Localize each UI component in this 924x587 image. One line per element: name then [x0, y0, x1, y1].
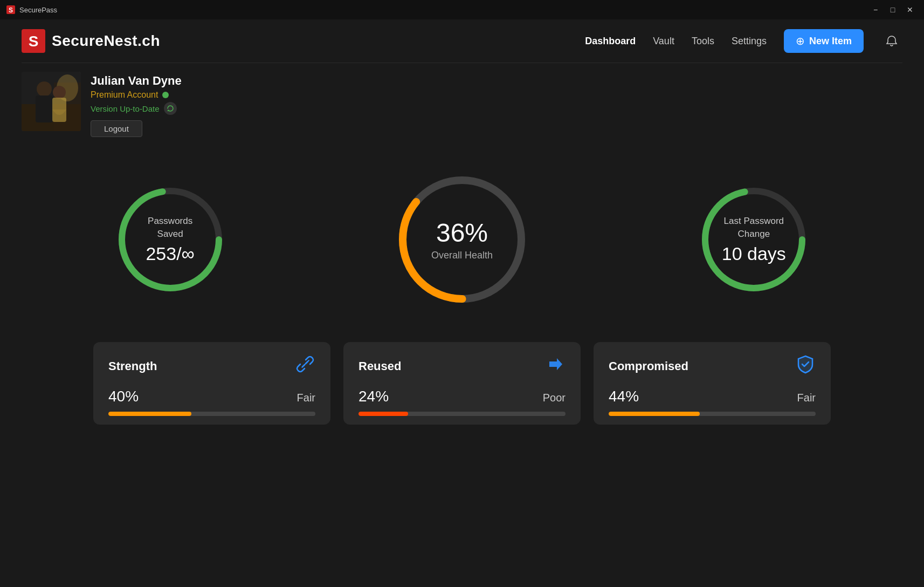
title-bar-left: S SecurePass [6, 5, 57, 14]
strength-card: Strength 40% Fair [93, 342, 330, 425]
health-circle-container: 36% Overall Health [387, 164, 537, 315]
new-item-plus-icon: ⊕ [796, 35, 805, 47]
online-status-dot [162, 92, 169, 98]
title-bar: S SecurePass − □ ✕ [0, 0, 924, 19]
last-change-circle-container: Last PasswordChange 10 days [694, 180, 813, 299]
reused-card: Reused 24% Poor [343, 342, 581, 425]
brand-name: SecureNest.ch [52, 32, 160, 50]
reused-rating: Poor [543, 392, 566, 404]
reused-card-title: Reused [358, 359, 401, 373]
reused-progress-bar [358, 412, 566, 416]
passwords-value: 253/∞ [146, 243, 194, 264]
health-percent: 36% [431, 218, 493, 248]
bell-icon [886, 35, 898, 47]
header: S SecureNest.ch Dashboard Vault Tools Se… [0, 19, 924, 63]
reused-icon [545, 354, 566, 378]
close-button[interactable]: ✕ [902, 2, 918, 17]
dashboard-main: PasswordsSaved 253/∞ 36% Ov [0, 148, 924, 435]
reused-card-header: Reused [358, 354, 566, 378]
strength-progress-fill [108, 412, 191, 416]
new-item-button[interactable]: ⊕ New Item [784, 29, 864, 53]
strength-card-stats: 40% Fair [108, 388, 315, 405]
app-title: SecurePass [19, 6, 57, 14]
brand-logo-icon: S [22, 29, 45, 53]
cards-row: Strength 40% Fair [32, 337, 892, 425]
nav-area: Dashboard Vault Tools Settings ⊕ New Ite… [585, 29, 902, 53]
refresh-button[interactable] [164, 102, 177, 115]
premium-badge: Premium Account [91, 90, 182, 100]
user-avatar [22, 72, 81, 131]
version-row: Version Up-to-Date [91, 102, 182, 115]
compromised-rating: Fair [797, 392, 816, 404]
compromised-card: Compromised 44% Fair [594, 342, 831, 425]
strength-rating: Fair [297, 392, 315, 404]
refresh-icon [167, 105, 174, 112]
compromised-percent: 44% [609, 388, 639, 405]
compromised-card-title: Compromised [609, 359, 688, 373]
reused-arrows-icon [545, 354, 566, 374]
passwords-saved-widget: PasswordsSaved 253/∞ [111, 180, 230, 299]
last-change-value: 10 days [722, 243, 786, 264]
broken-link-icon [295, 354, 315, 374]
compromised-progress-fill [609, 412, 700, 416]
premium-label: Premium Account [91, 90, 158, 100]
health-inner: 36% Overall Health [431, 218, 493, 261]
minimize-button[interactable]: − [868, 2, 883, 17]
passwords-label: PasswordsSaved [146, 215, 194, 241]
title-bar-controls: − □ ✕ [868, 2, 918, 17]
user-info: Julian Van Dyne Premium Account Version … [91, 72, 182, 137]
strength-percent: 40% [108, 388, 139, 405]
reused-card-stats: 24% Poor [358, 388, 566, 405]
avatar-image [22, 72, 81, 131]
compromised-icon [795, 354, 816, 378]
compromised-card-header: Compromised [609, 354, 816, 378]
version-status: Version Up-to-Date [91, 104, 160, 113]
strength-icon [295, 354, 315, 378]
user-name: Julian Van Dyne [91, 74, 182, 88]
health-widget: 36% Overall Health [387, 164, 537, 315]
strength-card-title: Strength [108, 359, 157, 373]
compromised-progress-bar [609, 412, 816, 416]
svg-point-10 [53, 86, 66, 99]
last-change-label: Last PasswordChange [722, 215, 786, 241]
circles-row: PasswordsSaved 253/∞ 36% Ov [32, 153, 892, 337]
svg-rect-9 [36, 95, 53, 122]
nav-dashboard[interactable]: Dashboard [585, 36, 636, 47]
new-item-label: New Item [809, 36, 852, 47]
nav-tools[interactable]: Tools [692, 36, 714, 47]
reused-progress-fill [358, 412, 408, 416]
strength-card-header: Strength [108, 354, 315, 378]
shield-check-icon [795, 354, 816, 374]
health-label: Overall Health [431, 250, 493, 261]
strength-progress-bar [108, 412, 315, 416]
logo-area: S SecureNest.ch [22, 29, 160, 53]
app-logo-icon: S [6, 5, 15, 14]
last-change-inner: Last PasswordChange 10 days [722, 215, 786, 265]
svg-text:S: S [29, 33, 39, 50]
user-profile: Julian Van Dyne Premium Account Version … [0, 63, 924, 148]
reused-percent: 24% [358, 388, 389, 405]
maximize-button[interactable]: □ [885, 2, 900, 17]
passwords-inner: PasswordsSaved 253/∞ [146, 215, 194, 265]
nav-vault[interactable]: Vault [653, 36, 674, 47]
nav-settings[interactable]: Settings [732, 36, 767, 47]
compromised-card-stats: 44% Fair [609, 388, 816, 405]
logout-button[interactable]: Logout [91, 120, 142, 137]
passwords-circle-container: PasswordsSaved 253/∞ [111, 180, 230, 299]
svg-text:S: S [9, 6, 13, 14]
last-change-widget: Last PasswordChange 10 days [694, 180, 813, 299]
notifications-button[interactable] [881, 30, 902, 52]
svg-point-8 [37, 81, 52, 97]
